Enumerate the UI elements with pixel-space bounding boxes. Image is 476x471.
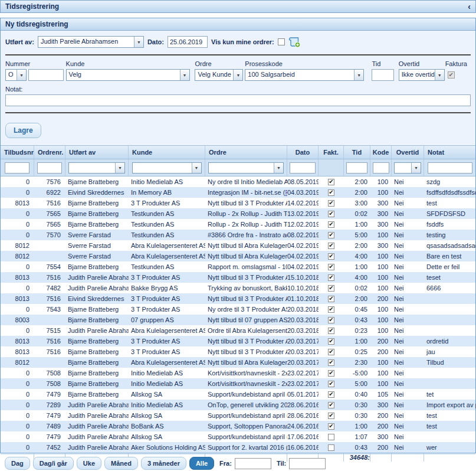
filter-overtid-select[interactable]: ▼ (394, 162, 421, 174)
table-row[interactable]: 80137516Bjarne Bratteberg3 T Produkter A… (1, 198, 475, 208)
fakturert-checkbox[interactable]: ✔ (328, 296, 334, 302)
period-dag-button[interactable]: Dag (5, 457, 30, 470)
filter-kode-input[interactable] (373, 162, 389, 174)
table-row[interactable]: 80137516Bjarne Bratteberg3 T Produkter A… (1, 346, 475, 357)
col-header-fakt[interactable]: Fakt. (319, 146, 344, 159)
fakturert-checkbox[interactable]: ✔ (328, 211, 334, 217)
table-row[interactable]: 07565Bjarne BrattebergTestkunden ASRollu… (1, 219, 475, 230)
table-row[interactable]: 07479Judith Parelie AbrahamAllskog SASup… (1, 410, 475, 421)
table-row[interactable]: 07452Judith Parelie AbrahamAker Solution… (1, 442, 475, 453)
filter-ordre-select[interactable]: ▼ (208, 162, 284, 174)
fakturert-checkbox[interactable]: ✔ (328, 423, 334, 430)
faktura-checkbox[interactable]: ✔ (448, 71, 455, 78)
period-dag-i-gar-button[interactable]: Dag/i går (33, 457, 74, 470)
table-row[interactable]: 06922Eivind SkreddernesIn Memory ABInteg… (1, 187, 475, 198)
col-header-kode[interactable]: Kode (370, 146, 392, 159)
kunde-select[interactable]: Velg▼ (66, 69, 190, 81)
table-row[interactable]: 07482Judith Parelie AbrahamBakke Brygg A… (1, 283, 475, 293)
fakturert-checkbox[interactable]: ✔ (328, 381, 334, 387)
table-row[interactable]: 8012Sverre FarstadAbra Kulelagersenteret… (1, 240, 475, 251)
period-3-maneder-button[interactable]: 3 måneder (141, 457, 186, 470)
table-row[interactable]: 80137516Eivind Skreddernes3 T Produkter … (1, 293, 475, 304)
filter-dato-input[interactable] (290, 162, 316, 174)
fakturert-checkbox[interactable]: ✔ (328, 328, 334, 334)
table-row[interactable]: 8012Sverre FarstadAbra Kulelagersenteret… (1, 251, 475, 261)
fakturert-checkbox[interactable]: ✔ (328, 349, 334, 355)
fakturert-checkbox[interactable] (328, 444, 334, 451)
table-row[interactable]: 07479Judith Parelie AbrahamAllskog SASup… (1, 431, 475, 442)
col-header-tid[interactable]: Tid (344, 146, 370, 159)
table-row[interactable]: 07565Bjarne BrattebergTestkunden ASRollu… (1, 208, 475, 219)
filter-tid-input[interactable] (346, 162, 367, 174)
filter-kunde-select[interactable]: ▼ (132, 162, 202, 174)
cell-ordrenr: 7543 (34, 304, 65, 315)
col-header-utfort-av[interactable]: Utført av (65, 146, 129, 159)
table-row[interactable]: 07576Bjarne BrattebergInitio Medielab AS… (1, 176, 475, 187)
prosesskode-select[interactable]: 100 Salgsarbeid▼ (245, 69, 364, 81)
filter-ordrenr-input[interactable] (37, 162, 62, 174)
ordre-select[interactable]: Velg Kunde▼ (195, 69, 243, 81)
cell-overtid: Nei (392, 336, 424, 346)
fakturert-checkbox[interactable]: ✔ (328, 391, 334, 398)
table-row[interactable]: 07289Judith Parelie AbrahamInitio Mediel… (1, 400, 475, 410)
filter-notat-input[interactable] (428, 162, 472, 174)
fakturert-checkbox[interactable]: ✔ (328, 221, 334, 228)
tid-input[interactable] (372, 69, 394, 81)
table-row[interactable]: 07508Bjarne BrattebergInitio Medielab AS… (1, 368, 475, 378)
table-row[interactable]: 07489Judith Parelie AbrahamBoBank ASSupp… (1, 421, 475, 431)
table-row[interactable]: 8012Bjarne BrattebergAbra Kulelagersente… (1, 357, 475, 368)
fakturert-checkbox[interactable]: ✔ (328, 413, 334, 419)
add-time-entry-icon[interactable] (288, 37, 301, 48)
dato-input[interactable] (168, 36, 208, 48)
col-header-tilbudsnr[interactable]: Tilbudsnr. (1, 146, 34, 159)
fakturert-checkbox[interactable]: ✔ (328, 402, 334, 408)
nummer-type-select[interactable]: O▼ (5, 69, 27, 81)
col-header-ordre[interactable]: Ordre (205, 146, 287, 159)
lagre-button[interactable]: Lagre (5, 123, 41, 138)
table-row[interactable]: 07515Judith Parelie AbrahamAbra Kulelage… (1, 325, 475, 336)
period-alle-button[interactable]: Alle (189, 457, 214, 470)
period-maned-button[interactable]: Måned (104, 457, 138, 470)
nummer-input[interactable] (28, 69, 64, 81)
fakturert-checkbox[interactable]: ✔ (328, 200, 334, 207)
fakturert-checkbox[interactable]: ✔ (328, 306, 334, 313)
fakturert-checkbox[interactable]: ✔ (328, 264, 334, 270)
fakturert-checkbox[interactable]: ✔ (328, 179, 334, 185)
fakturert-checkbox[interactable]: ✔ (328, 285, 334, 292)
fakturert-checkbox[interactable]: ✔ (328, 317, 334, 323)
fra-input[interactable] (235, 458, 271, 469)
vis-kun-mine-ordrer-checkbox[interactable] (278, 38, 285, 45)
table-row[interactable]: 07508Bjarne BrattebergInitio Medielab AS… (1, 378, 475, 389)
fakturert-checkbox[interactable]: ✔ (328, 274, 334, 281)
collapse-panel-icon[interactable]: ‹ (468, 2, 471, 11)
til-input[interactable] (289, 458, 326, 469)
nummer-label: Nummer (5, 60, 66, 67)
table-row[interactable]: 07570Sverre FarstadTestkunden AS#3866 Or… (1, 230, 475, 240)
table-row[interactable]: 80137516Judith Parelie Abraham3 T Produk… (1, 272, 475, 283)
fakturert-checkbox[interactable]: ✔ (328, 189, 334, 196)
fakturert-checkbox[interactable]: ✔ (328, 338, 334, 345)
table-row[interactable]: 80137516Bjarne Bratteberg3 T Produkter A… (1, 336, 475, 346)
table-row[interactable]: 07479Bjarne BrattebergAllskog SASupport/… (1, 389, 475, 400)
fakturert-checkbox[interactable]: ✔ (328, 359, 334, 366)
cell-overtid: Nei (392, 272, 424, 283)
period-uke-button[interactable]: Uke (77, 457, 101, 470)
notat-input[interactable] (5, 94, 471, 106)
col-header-ordrenr[interactable]: Ordrenr. (34, 146, 65, 159)
table-row[interactable]: 07543Bjarne Bratteberg3 T Produkter ASNy… (1, 304, 475, 315)
fakturert-checkbox[interactable]: ✔ (328, 253, 334, 260)
fakturert-checkbox[interactable]: ✔ (328, 370, 334, 377)
fakturert-checkbox[interactable]: ✔ (328, 232, 334, 238)
col-header-kunde[interactable]: Kunde (129, 146, 205, 159)
filter-tilbudsnr-input[interactable] (5, 162, 29, 174)
table-row[interactable]: 8003Bjarne Bratteberg07 gruppen ASNytt t… (1, 315, 475, 325)
filter-utfort-av-select[interactable]: ▼ (68, 162, 125, 174)
table-row[interactable]: 07554Bjarne BrattebergTestkunden ASRappo… (1, 261, 475, 272)
col-header-notat[interactable]: Notat (424, 146, 476, 159)
utfort-av-select[interactable]: Judith Parelie Abrahamsen▼ (38, 36, 144, 48)
col-header-overtid[interactable]: Overtid (392, 146, 424, 159)
col-header-dato[interactable]: Dato (287, 146, 319, 159)
fakturert-checkbox[interactable] (328, 434, 334, 440)
fakturert-checkbox[interactable]: ✔ (328, 243, 334, 249)
overtid-select[interactable]: Ikke overtid▼ (399, 69, 445, 81)
